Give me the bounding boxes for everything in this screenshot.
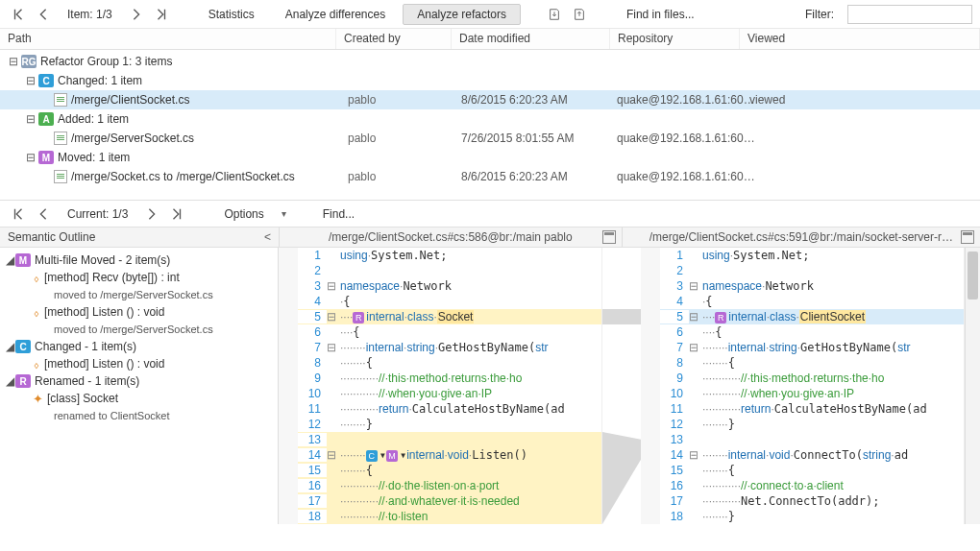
fold-icon[interactable]: ⊟ bbox=[689, 310, 702, 323]
code-text: using·System.Net; bbox=[340, 249, 601, 262]
fold-icon[interactable]: ⊟ bbox=[327, 341, 340, 354]
code-line[interactable]: 2 bbox=[298, 263, 601, 278]
code-line[interactable]: 11············return·CalculateHostByName… bbox=[660, 401, 964, 417]
outline-item[interactable]: ⬨ [method] Listen () : void bbox=[6, 303, 272, 321]
first-diff-button[interactable] bbox=[8, 204, 29, 225]
analyze-refactors-button[interactable]: Analyze refactors bbox=[403, 4, 521, 25]
export-icon[interactable] bbox=[544, 4, 565, 25]
expand-icon[interactable]: ⊟ bbox=[25, 113, 37, 125]
fold-icon[interactable]: ⊟ bbox=[327, 279, 340, 293]
line-number: 12 bbox=[298, 418, 327, 431]
code-line[interactable]: 10············//·when·you·give·an·IP bbox=[298, 386, 601, 401]
import-icon[interactable] bbox=[569, 4, 590, 25]
code-line[interactable]: 18············//·to·listen bbox=[298, 509, 601, 524]
find-button[interactable]: Find... bbox=[309, 204, 368, 224]
code-line[interactable]: 1using·System.Net; bbox=[660, 248, 964, 263]
analyze-differences-button[interactable]: Analyze differences bbox=[272, 5, 400, 24]
options-button[interactable]: Options bbox=[210, 204, 277, 224]
renamed-icon: R bbox=[15, 374, 31, 388]
fold-icon[interactable]: ⊟ bbox=[689, 448, 702, 462]
col-created[interactable]: Created by bbox=[336, 29, 452, 49]
maximize-icon[interactable] bbox=[602, 230, 616, 244]
code-line[interactable]: 14⊟········C▾M▾internal·void·Listen() bbox=[298, 447, 601, 463]
maximize-icon[interactable] bbox=[961, 230, 974, 244]
col-repository[interactable]: Repository bbox=[610, 29, 740, 49]
code-line[interactable]: 13 bbox=[660, 432, 964, 447]
code-line[interactable]: 17············Net.ConnectTo(addr); bbox=[660, 493, 964, 509]
outline-note: moved to /merge/ServerSocket.cs bbox=[6, 321, 272, 338]
prev-item-button[interactable] bbox=[33, 4, 54, 25]
line-number: 3 bbox=[660, 279, 689, 293]
left-code-pane[interactable]: 1using·System.Net;23⊟namespace·Network4·… bbox=[279, 248, 602, 524]
last-diff-button[interactable] bbox=[166, 204, 187, 225]
outline-item[interactable]: ⬨ [method] Listen () : void bbox=[6, 355, 272, 372]
fold-icon[interactable]: ⊟ bbox=[689, 341, 702, 354]
last-item-button[interactable] bbox=[151, 4, 172, 25]
fold-icon[interactable]: ⊟ bbox=[689, 279, 702, 293]
code-line[interactable]: 2 bbox=[660, 263, 964, 278]
line-number: 18 bbox=[298, 510, 327, 523]
col-date[interactable]: Date modified bbox=[452, 29, 610, 49]
code-line[interactable]: 3⊟namespace·Network bbox=[298, 278, 601, 294]
code-line[interactable]: 9············//·this·method·returns·the·… bbox=[298, 371, 601, 386]
filter-input[interactable] bbox=[847, 5, 972, 24]
code-line[interactable]: 8········{ bbox=[660, 355, 964, 371]
code-line[interactable]: 7⊟········internal·string·GetHostByName(… bbox=[298, 340, 601, 355]
expand-icon[interactable]: ⊟ bbox=[25, 75, 37, 86]
outline-group-changed[interactable]: ◢C Changed - 1 item(s) bbox=[6, 338, 272, 355]
code-line[interactable]: 14⊟········internal·void·ConnectTo(strin… bbox=[660, 447, 964, 463]
outline-item[interactable]: ⬨ [method] Recv (byte[]) : int bbox=[6, 269, 272, 286]
find-in-files-button[interactable]: Find in files... bbox=[613, 5, 708, 24]
code-line[interactable]: 18········} bbox=[660, 509, 964, 524]
outline-group-moved[interactable]: ◢M Multi-file Moved - 2 item(s) bbox=[6, 252, 272, 269]
prev-diff-button[interactable] bbox=[33, 204, 54, 225]
code-line[interactable]: 3⊟namespace·Network bbox=[660, 278, 964, 294]
expand-icon[interactable]: ⊟ bbox=[8, 56, 19, 67]
code-line[interactable]: 15········{ bbox=[298, 463, 601, 478]
right-code-pane[interactable]: 1using·System.Net;23⊟namespace·Network4·… bbox=[641, 248, 965, 524]
collapse-outline-icon[interactable]: < bbox=[264, 230, 271, 244]
chevron-down-icon[interactable]: ▾ bbox=[282, 208, 286, 219]
tree-row-changed[interactable]: ⊟ C Changed: 1 item bbox=[0, 71, 980, 90]
fold-icon[interactable]: ⊟ bbox=[327, 448, 340, 462]
code-line[interactable]: 17············//·and·whatever·it·is·need… bbox=[298, 493, 601, 509]
code-line[interactable]: 13 bbox=[298, 432, 601, 447]
code-line[interactable]: 4·{ bbox=[660, 294, 964, 309]
code-line[interactable]: 12········} bbox=[298, 417, 601, 432]
code-line[interactable]: 16············//·do·the·listen·on·a·port bbox=[298, 478, 601, 493]
next-diff-button[interactable] bbox=[141, 204, 162, 225]
refactor-tree: ⊟ RG Refactor Group 1: 3 items ⊟ C Chang… bbox=[0, 50, 980, 188]
code-line[interactable]: 12········} bbox=[660, 417, 964, 432]
statistics-button[interactable]: Statistics bbox=[195, 5, 268, 24]
code-line[interactable]: 1using·System.Net; bbox=[298, 248, 601, 263]
col-path[interactable]: Path bbox=[0, 29, 336, 49]
tree-row-file[interactable]: /merge/ClientSocket.cs pablo 8/6/2015 6:… bbox=[0, 90, 980, 109]
code-line[interactable]: 15········{ bbox=[660, 463, 964, 478]
first-item-button[interactable] bbox=[8, 4, 29, 25]
tree-row-file[interactable]: /merge/Socket.cs to /merge/ClientSocket.… bbox=[0, 167, 980, 186]
next-item-button[interactable] bbox=[126, 4, 147, 25]
code-line[interactable]: 5⊟····Rinternal·class·ClientSocket bbox=[660, 309, 964, 324]
code-line[interactable]: 4·{ bbox=[298, 294, 601, 309]
tree-row-file[interactable]: /merge/ServerSocket.cs pablo 7/26/2015 8… bbox=[0, 129, 980, 148]
code-line[interactable]: 9············//·this·method·returns·the·… bbox=[660, 371, 964, 386]
code-line[interactable]: 7⊟········internal·string·GetHostByName(… bbox=[660, 340, 964, 355]
outline-item[interactable]: ✦ [class] Socket bbox=[6, 390, 272, 407]
code-line[interactable]: 16············//·connect·to·a·client bbox=[660, 478, 964, 493]
col-viewed[interactable]: Viewed bbox=[740, 29, 980, 49]
fold-icon[interactable]: ⊟ bbox=[327, 310, 340, 323]
code-line[interactable]: 8········{ bbox=[298, 355, 601, 371]
vertical-scrollbar[interactable] bbox=[965, 248, 980, 524]
code-line[interactable]: 5⊟····Rinternal·class·Socket bbox=[298, 309, 601, 324]
tree-row-group[interactable]: ⊟ RG Refactor Group 1: 3 items bbox=[0, 52, 980, 71]
tree-row-added[interactable]: ⊟ A Added: 1 item bbox=[0, 109, 980, 129]
scrollbar-thumb[interactable] bbox=[968, 252, 978, 299]
code-line[interactable]: 11············return·CalculateHostByName… bbox=[298, 401, 601, 417]
code-line[interactable]: 6····{ bbox=[660, 324, 964, 340]
outline-group-renamed[interactable]: ◢R Renamed - 1 item(s) bbox=[6, 372, 272, 390]
tree-row-moved[interactable]: ⊟ M Moved: 1 item bbox=[0, 148, 980, 167]
expand-icon[interactable]: ⊟ bbox=[25, 152, 37, 163]
code-line[interactable]: 10············//·when·you·give·an·IP bbox=[660, 386, 964, 401]
code-line[interactable]: 6····{ bbox=[298, 324, 601, 340]
code-text: namespace·Network bbox=[340, 279, 601, 293]
